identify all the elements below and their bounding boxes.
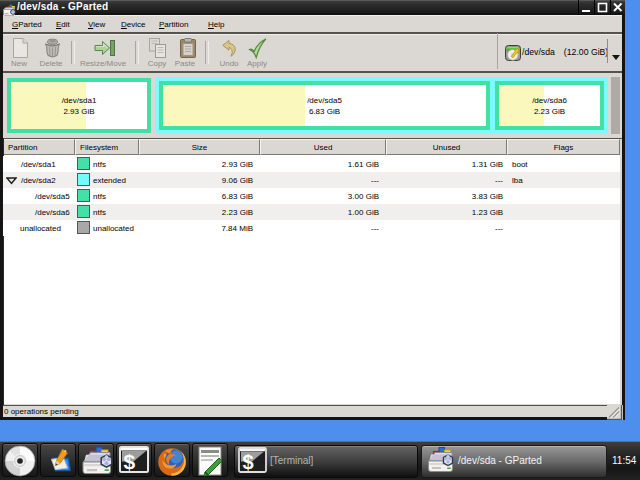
svg-text:$: $ [243, 451, 254, 473]
svg-text:$: $ [124, 450, 136, 473]
